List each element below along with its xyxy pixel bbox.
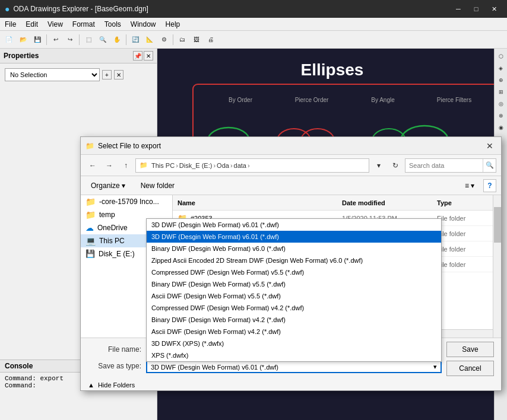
dropdown-item-4[interactable]: Compressed DWF (Design Web Format) v5.5 … — [147, 266, 441, 278]
folder-icon: 📁 — [85, 197, 96, 206]
cloud-icon: ☁ — [85, 223, 94, 233]
dropdown-item-6[interactable]: Ascii DWF (Design Web Format) v5.5 (*.dw… — [147, 290, 441, 302]
dialog-bottom: File name: Save Save as type: 3D DWF (De… — [81, 338, 501, 390]
organize-label: Organize — [91, 182, 120, 190]
view-icon: ≡ — [465, 182, 469, 190]
save-type-container: 3D DWF (Desgin Web Format) v6.01 (*.dwf)… — [146, 361, 442, 373]
save-type-current[interactable]: 3D DWF (Desgin Web Format) v6.01 (*.dwf)… — [146, 361, 442, 373]
nav-dropdown-btn[interactable]: ▾ — [372, 158, 386, 173]
search-box: 🔍 — [405, 158, 496, 173]
file-list-header: Name Date modified Type — [173, 195, 501, 211]
dropdown-item-5[interactable]: Binary DWF (Design Web Format) v5.5 (*.d… — [147, 278, 441, 290]
dropdown-item-3[interactable]: Zipped Ascii Encoded 2D Stream DWF (Desi… — [147, 254, 441, 266]
view-arrow-icon: ▾ — [471, 182, 474, 190]
drive-icon: 💾 — [85, 249, 95, 258]
cancel-btn[interactable]: Cancel — [446, 361, 494, 376]
dialog-title: Select File to export — [98, 142, 161, 150]
hide-folders-row[interactable]: ▲ Hide Folders — [81, 380, 501, 390]
save-btn[interactable]: Save — [446, 342, 494, 357]
save-type-dropdown-arrow: ▾ — [433, 363, 437, 371]
dialog-nav-bar: ← → ↑ 📁 This PC › Disk_E (E:) › Oda › da… — [81, 155, 501, 176]
nav-up-btn[interactable]: ↑ — [119, 158, 133, 173]
dropdown-item-9[interactable]: Ascii DWF (Design Web Format) v4.2 (*.dw… — [147, 326, 441, 338]
file-name-label: File name: — [88, 345, 141, 354]
col-name-header: Name — [178, 199, 342, 206]
file-type-1: File folder — [437, 230, 496, 237]
dialog-title-left: 📁 Select File to export — [85, 142, 161, 150]
dropdown-item-11[interactable]: XPS (*.dwfx) — [147, 349, 441, 361]
dropdown-item-2[interactable]: Binary DWF (Desgin Web Format) v6.0 (*.d… — [147, 243, 441, 254]
hide-folders-icon: ▲ — [88, 381, 94, 389]
v-scroll-thumb — [494, 207, 501, 243]
sidebar-item-core-label: -core-15709 Inco... — [99, 198, 159, 206]
file-type-2: File folder — [437, 246, 496, 253]
hide-folders-label: Hide Folders — [98, 381, 135, 389]
dialog-toolbar: Organize ▾ New folder ≡ ▾ ? — [81, 176, 501, 195]
breadcrumb-folder-icon: 📁 — [140, 161, 148, 169]
breadcrumb-bar: 📁 This PC › Disk_E (E:) › Oda › data › — [135, 158, 369, 173]
view-btn[interactable]: ≡ ▾ — [461, 179, 479, 192]
help-btn[interactable]: ? — [483, 179, 496, 192]
dialog-folder-icon: 📁 — [85, 142, 94, 150]
save-type-dropdown: 3D DWF (Desgin Web Format) v6.01 (*.dwf)… — [146, 218, 442, 362]
organize-arrow-icon: ▾ — [122, 182, 125, 190]
pc-icon: 💻 — [85, 236, 96, 246]
sidebar-item-thispc-label: This PC — [99, 237, 125, 245]
file-type-3: File folder — [437, 261, 496, 268]
nav-forward-btn[interactable]: → — [102, 158, 116, 173]
v-scroll[interactable] — [493, 195, 501, 338]
sidebar-item-onedrive-label: OneDrive — [97, 224, 128, 232]
breadcrumb-item-data[interactable]: data — [234, 162, 246, 169]
file-dialog: 📁 Select File to export ✕ ← → ↑ 📁 This P… — [80, 136, 502, 391]
dropdown-item-7[interactable]: Compressed DWF (Design Web Format) v4.2 … — [147, 302, 441, 314]
save-type-current-label: 3D DWF (Desgin Web Format) v6.01 (*.dwf) — [151, 364, 278, 371]
nav-back-btn[interactable]: ← — [85, 158, 100, 173]
dialog-close-button[interactable]: ✕ — [483, 140, 496, 152]
save-type-row: Save as type: 3D DWF (Desgin Web Format)… — [81, 359, 501, 380]
breadcrumb-item-oda[interactable]: Oda — [217, 162, 229, 169]
search-btn[interactable]: 🔍 — [483, 159, 496, 172]
dialog-title-bar: 📁 Select File to export ✕ — [81, 137, 501, 155]
search-input[interactable] — [405, 159, 483, 172]
dropdown-item-0[interactable]: 3D DWF (Desgin Web Format) v6.01 (*.dwf) — [147, 219, 441, 231]
dropdown-item-8[interactable]: Binary DWF (Design Web Format) v4.2 (*.d… — [147, 314, 441, 326]
organize-btn[interactable]: Organize ▾ — [85, 179, 131, 192]
nav-refresh-btn[interactable]: ↻ — [388, 158, 403, 173]
sidebar-item-core[interactable]: 📁 -core-15709 Inco... — [81, 195, 172, 208]
col-type-header: Type — [437, 199, 496, 206]
sidebar-item-temp-label: temp — [99, 211, 115, 219]
breadcrumb-item-thispc[interactable]: This PC — [151, 162, 175, 169]
dropdown-item-1[interactable]: 3D DWF (Desgin Web Format) v6.01 (*.dwf) — [147, 231, 441, 243]
file-type-0: File folder — [437, 215, 496, 222]
new-folder-btn[interactable]: New folder — [135, 179, 180, 192]
dialog-overlay: 📁 Select File to export ✕ ← → ↑ 📁 This P… — [0, 0, 507, 420]
col-date-header: Date modified — [342, 199, 437, 206]
folder-icon-temp: 📁 — [85, 210, 96, 219]
sidebar-item-diske-label: Disk_E (E:) — [99, 250, 135, 258]
breadcrumb-item-diske[interactable]: Disk_E (E:) — [179, 162, 213, 169]
dropdown-item-10[interactable]: 3D DWFX (XPS) (*.dwfx) — [147, 338, 441, 349]
save-type-label: Save as type: — [88, 361, 141, 370]
